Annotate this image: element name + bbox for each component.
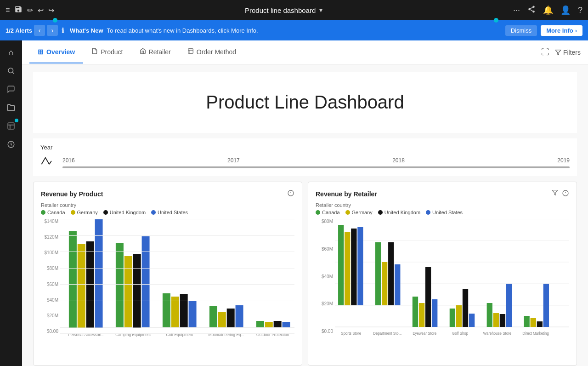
svg-rect-44 — [493, 313, 499, 327]
tabs-actions: ⛶ Filters — [541, 47, 581, 57]
svg-text:Outdoor Protection: Outdoor Protection — [256, 332, 289, 337]
tab-product[interactable]: Product — [83, 41, 131, 63]
y-label-r: $40M — [322, 274, 333, 279]
alert-message: To read about what's new in Dashboards, … — [107, 27, 502, 34]
info-icon: ℹ — [62, 26, 64, 35]
menu-icon[interactable]: ≡ — [6, 6, 10, 14]
sidebar-item-chat[interactable] — [3, 81, 19, 97]
svg-text:Mountaineering Eq...: Mountaineering Eq... — [209, 332, 244, 337]
alert-count: 1/2 Alerts — [6, 27, 32, 34]
more-info-button[interactable]: More Info › — [541, 25, 582, 36]
legend-germany: Germany — [71, 210, 98, 215]
sidebar: ⌂ — [0, 40, 22, 366]
svg-rect-28 — [345, 232, 350, 305]
legend-r-germany: Germany — [345, 210, 373, 215]
share-icon[interactable] — [527, 5, 536, 16]
notification-icon[interactable]: 🔔 — [543, 5, 553, 15]
help-icon[interactable]: ? — [578, 6, 582, 15]
bar[interactable] — [218, 312, 226, 327]
y-label-r: $60M — [322, 246, 333, 252]
bar[interactable] — [180, 294, 188, 327]
alert-prev-button[interactable]: ‹ — [34, 25, 45, 36]
svg-rect-29 — [351, 229, 356, 305]
svg-text:Department Sto...: Department Sto... — [373, 331, 401, 336]
product-bar-chart-svg: Personal Accessori... Camping Equipment … — [60, 219, 294, 343]
svg-rect-49 — [537, 321, 543, 327]
y-label: $120M — [44, 234, 58, 240]
y-label: $40M — [47, 297, 58, 303]
svg-rect-30 — [357, 227, 363, 305]
sidebar-item-search[interactable] — [3, 63, 19, 79]
chart-revenue-by-product: Revenue by Product Retailer country Cana… — [33, 182, 302, 366]
tabs: ⊞ Overview Product Retailer — [29, 41, 244, 63]
dismiss-button[interactable]: Dismiss — [505, 25, 537, 36]
bar[interactable] — [95, 219, 103, 328]
undo-icon[interactable]: ↩ — [38, 6, 44, 15]
redo-icon[interactable]: ↪ — [48, 6, 54, 15]
bar[interactable] — [171, 297, 179, 327]
svg-text:Personal Accessori...: Personal Accessori... — [68, 332, 104, 337]
bar[interactable] — [116, 243, 124, 327]
bar[interactable] — [265, 322, 273, 327]
svg-rect-38 — [432, 299, 437, 327]
tab-overview[interactable]: ⊞ Overview — [29, 41, 83, 63]
content-area: ⊞ Overview Product Retailer — [22, 40, 588, 366]
bar[interactable] — [274, 321, 282, 327]
year-filter-section: Year 2016 2017 2018 2019 — [33, 138, 577, 176]
svg-rect-33 — [388, 242, 394, 305]
y-label: $60M — [47, 282, 58, 287]
chart-retailer-actions — [552, 189, 569, 199]
svg-rect-34 — [395, 264, 400, 305]
user-icon[interactable]: 👤 — [560, 5, 571, 15]
svg-text:Golf Shop: Golf Shop — [452, 331, 468, 336]
chart-retailer-info-icon[interactable] — [562, 189, 569, 199]
svg-marker-17 — [552, 190, 558, 195]
bar[interactable] — [142, 236, 150, 327]
bar[interactable] — [163, 293, 170, 327]
year-slider-track[interactable] — [62, 166, 570, 168]
tab-order-method[interactable]: Order Method — [179, 41, 244, 63]
r-canada-dot — [316, 210, 320, 215]
retailer-tab-icon — [140, 48, 146, 56]
tab-retailer[interactable]: Retailer — [131, 41, 179, 63]
filter-button[interactable]: Filters — [555, 49, 581, 56]
title-chevron[interactable]: ▾ — [319, 6, 322, 14]
dashboard-main-title: Product Line Dashboard — [33, 81, 577, 120]
bar[interactable] — [283, 322, 290, 327]
bar[interactable] — [189, 301, 197, 327]
svg-rect-6 — [188, 49, 193, 54]
chart-product-legend: Canada Germany United Kingdom Unite — [41, 210, 294, 215]
svg-text:Direct Marketing: Direct Marketing — [522, 331, 549, 336]
expand-button[interactable]: ⛶ — [541, 47, 549, 57]
bar[interactable] — [86, 241, 94, 328]
bar[interactable] — [256, 321, 264, 327]
bar[interactable] — [236, 305, 243, 327]
save-icon[interactable] — [14, 5, 23, 15]
bar[interactable] — [227, 309, 235, 327]
chart-product-info-icon[interactable] — [287, 189, 294, 199]
germany-dot — [71, 210, 75, 215]
alertbar: 1/2 Alerts ‹ › ℹ What's New To read abou… — [0, 20, 588, 40]
more-options-icon[interactable]: ··· — [513, 6, 520, 15]
whats-new-label: What's New — [70, 27, 103, 34]
bar[interactable] — [209, 306, 217, 327]
sidebar-item-reports[interactable] — [3, 118, 19, 134]
bar[interactable] — [78, 244, 85, 328]
sidebar-item-home[interactable]: ⌂ — [3, 44, 19, 61]
bar[interactable] — [69, 231, 77, 328]
bar[interactable] — [124, 256, 132, 327]
charts-row: Revenue by Product Retailer country Cana… — [33, 182, 577, 366]
sidebar-item-recent[interactable] — [3, 136, 19, 153]
year-marker-2019: 2019 — [557, 157, 570, 164]
y-label: $140M — [44, 219, 58, 224]
bar[interactable] — [133, 254, 141, 328]
svg-text:Warehouse Store: Warehouse Store — [483, 331, 512, 336]
legend-canada: Canada — [41, 210, 65, 215]
edit-icon[interactable]: ✏ — [27, 6, 33, 15]
sidebar-item-folders[interactable] — [3, 99, 19, 116]
chart-retailer-title: Revenue by Retailer — [316, 190, 377, 198]
svg-rect-32 — [382, 262, 387, 305]
chart-retailer-filter-icon[interactable] — [552, 189, 558, 199]
alert-next-button[interactable]: › — [47, 25, 58, 36]
overview-tab-icon: ⊞ — [38, 48, 44, 56]
